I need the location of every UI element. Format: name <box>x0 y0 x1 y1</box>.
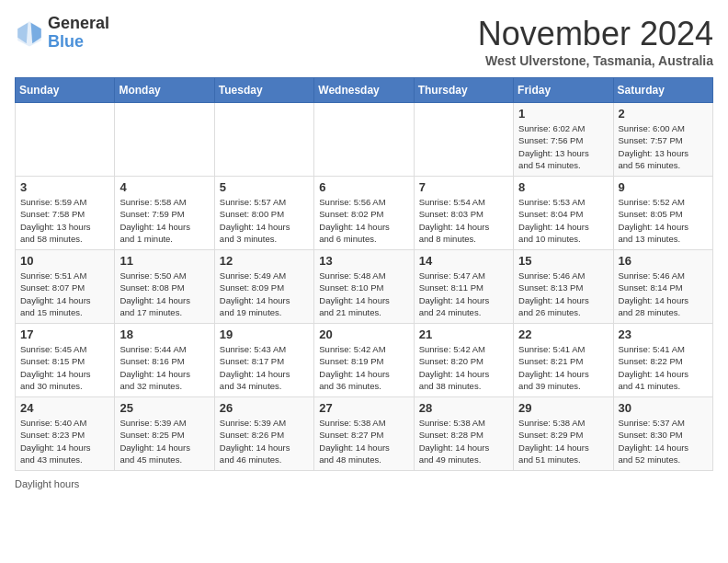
day-info: Sunrise: 5:44 AMSunset: 8:16 PMDaylight:… <box>119 343 209 392</box>
month-title: November 2024 <box>478 15 713 53</box>
day-number: 5 <box>220 180 309 194</box>
day-info: Sunrise: 6:00 AMSunset: 7:57 PMDaylight:… <box>619 122 708 171</box>
day-number: 10 <box>20 254 109 268</box>
logo-blue-text: Blue <box>48 33 109 52</box>
calendar-cell <box>414 103 513 177</box>
calendar-header-tuesday: Tuesday <box>214 78 313 103</box>
day-number: 20 <box>319 327 408 341</box>
day-number: 7 <box>419 180 508 194</box>
calendar-header-row: SundayMondayTuesdayWednesdayThursdayFrid… <box>16 78 713 103</box>
day-number: 24 <box>20 401 109 415</box>
calendar-cell: 20Sunrise: 5:42 AMSunset: 8:19 PMDayligh… <box>314 324 414 397</box>
calendar-week-row: 1Sunrise: 6:02 AMSunset: 7:56 PMDaylight… <box>16 103 713 177</box>
day-number: 1 <box>518 107 608 121</box>
calendar-week-row: 3Sunrise: 5:59 AMSunset: 7:58 PMDaylight… <box>16 177 713 250</box>
day-info: Sunrise: 5:42 AMSunset: 8:20 PMDaylight:… <box>419 343 508 392</box>
day-info: Sunrise: 5:54 AMSunset: 8:03 PMDaylight:… <box>419 196 508 245</box>
day-number: 16 <box>619 254 708 268</box>
calendar-header-wednesday: Wednesday <box>314 78 414 103</box>
location-subtitle: West Ulverstone, Tasmania, Australia <box>478 53 713 68</box>
calendar-cell: 22Sunrise: 5:41 AMSunset: 8:21 PMDayligh… <box>514 324 613 397</box>
day-number: 4 <box>119 180 209 194</box>
calendar-week-row: 24Sunrise: 5:40 AMSunset: 8:23 PMDayligh… <box>16 397 713 471</box>
calendar-cell: 10Sunrise: 5:51 AMSunset: 8:07 PMDayligh… <box>16 250 115 324</box>
daylight-hours-label: Daylight hours <box>15 478 79 489</box>
calendar-cell: 16Sunrise: 5:46 AMSunset: 8:14 PMDayligh… <box>613 250 712 324</box>
calendar-cell: 4Sunrise: 5:58 AMSunset: 7:59 PMDaylight… <box>115 177 214 250</box>
calendar-cell: 30Sunrise: 5:37 AMSunset: 8:30 PMDayligh… <box>613 397 712 471</box>
day-info: Sunrise: 5:59 AMSunset: 7:58 PMDaylight:… <box>20 196 109 245</box>
calendar-cell: 12Sunrise: 5:49 AMSunset: 8:09 PMDayligh… <box>214 250 313 324</box>
calendar-header-thursday: Thursday <box>414 78 513 103</box>
calendar-table: SundayMondayTuesdayWednesdayThursdayFrid… <box>15 77 713 471</box>
day-info: Sunrise: 5:43 AMSunset: 8:17 PMDaylight:… <box>220 343 309 392</box>
day-info: Sunrise: 5:38 AMSunset: 8:29 PMDaylight:… <box>518 417 608 465</box>
day-info: Sunrise: 5:58 AMSunset: 7:59 PMDaylight:… <box>119 196 209 245</box>
calendar-cell: 6Sunrise: 5:56 AMSunset: 8:02 PMDaylight… <box>314 177 414 250</box>
calendar-cell: 29Sunrise: 5:38 AMSunset: 8:29 PMDayligh… <box>514 397 613 471</box>
day-number: 21 <box>419 327 508 341</box>
calendar-cell: 9Sunrise: 5:52 AMSunset: 8:05 PMDaylight… <box>613 177 712 250</box>
day-number: 27 <box>319 401 408 415</box>
day-info: Sunrise: 5:42 AMSunset: 8:19 PMDaylight:… <box>319 343 408 392</box>
logo-text: General Blue <box>48 15 109 52</box>
calendar-cell: 3Sunrise: 5:59 AMSunset: 7:58 PMDaylight… <box>16 177 115 250</box>
day-number: 22 <box>518 327 608 341</box>
calendar-cell: 17Sunrise: 5:45 AMSunset: 8:15 PMDayligh… <box>16 324 115 397</box>
calendar-cell <box>314 103 414 177</box>
day-number: 11 <box>119 254 209 268</box>
day-number: 23 <box>619 327 708 341</box>
day-number: 6 <box>319 180 408 194</box>
day-info: Sunrise: 5:48 AMSunset: 8:10 PMDaylight:… <box>319 270 408 318</box>
calendar-cell: 1Sunrise: 6:02 AMSunset: 7:56 PMDaylight… <box>514 103 613 177</box>
day-number: 18 <box>119 327 209 341</box>
day-number: 8 <box>518 180 608 194</box>
calendar-cell: 8Sunrise: 5:53 AMSunset: 8:04 PMDaylight… <box>514 177 613 250</box>
day-info: Sunrise: 5:51 AMSunset: 8:07 PMDaylight:… <box>20 270 109 318</box>
day-number: 13 <box>319 254 408 268</box>
day-number: 28 <box>419 401 508 415</box>
calendar-week-row: 10Sunrise: 5:51 AMSunset: 8:07 PMDayligh… <box>16 250 713 324</box>
day-info: Sunrise: 5:37 AMSunset: 8:30 PMDaylight:… <box>619 417 708 465</box>
calendar-header-friday: Friday <box>514 78 613 103</box>
day-number: 9 <box>619 180 708 194</box>
calendar-header-monday: Monday <box>115 78 214 103</box>
calendar-cell <box>16 103 115 177</box>
day-info: Sunrise: 5:41 AMSunset: 8:22 PMDaylight:… <box>619 343 708 392</box>
calendar-week-row: 17Sunrise: 5:45 AMSunset: 8:15 PMDayligh… <box>16 324 713 397</box>
footer: Daylight hours <box>15 478 713 489</box>
day-number: 2 <box>619 107 708 121</box>
calendar-cell: 13Sunrise: 5:48 AMSunset: 8:10 PMDayligh… <box>314 250 414 324</box>
day-number: 29 <box>518 401 608 415</box>
calendar-cell: 5Sunrise: 5:57 AMSunset: 8:00 PMDaylight… <box>214 177 313 250</box>
calendar-cell: 27Sunrise: 5:38 AMSunset: 8:27 PMDayligh… <box>314 397 414 471</box>
day-number: 30 <box>619 401 708 415</box>
calendar-cell: 21Sunrise: 5:42 AMSunset: 8:20 PMDayligh… <box>414 324 513 397</box>
calendar-cell: 2Sunrise: 6:00 AMSunset: 7:57 PMDaylight… <box>613 103 712 177</box>
day-info: Sunrise: 5:39 AMSunset: 8:25 PMDaylight:… <box>119 417 209 465</box>
day-number: 12 <box>220 254 309 268</box>
day-info: Sunrise: 5:57 AMSunset: 8:00 PMDaylight:… <box>220 196 309 245</box>
day-info: Sunrise: 5:53 AMSunset: 8:04 PMDaylight:… <box>518 196 608 245</box>
day-info: Sunrise: 5:46 AMSunset: 8:14 PMDaylight:… <box>619 270 708 318</box>
calendar-cell: 15Sunrise: 5:46 AMSunset: 8:13 PMDayligh… <box>514 250 613 324</box>
day-info: Sunrise: 5:49 AMSunset: 8:09 PMDaylight:… <box>220 270 309 318</box>
calendar-cell: 25Sunrise: 5:39 AMSunset: 8:25 PMDayligh… <box>115 397 214 471</box>
day-info: Sunrise: 5:56 AMSunset: 8:02 PMDaylight:… <box>319 196 408 245</box>
logo: General Blue <box>15 15 109 52</box>
calendar-cell: 19Sunrise: 5:43 AMSunset: 8:17 PMDayligh… <box>214 324 313 397</box>
day-number: 15 <box>518 254 608 268</box>
calendar-cell: 24Sunrise: 5:40 AMSunset: 8:23 PMDayligh… <box>16 397 115 471</box>
calendar-cell: 18Sunrise: 5:44 AMSunset: 8:16 PMDayligh… <box>115 324 214 397</box>
day-number: 19 <box>220 327 309 341</box>
logo-icon <box>15 18 44 48</box>
day-info: Sunrise: 5:47 AMSunset: 8:11 PMDaylight:… <box>419 270 508 318</box>
calendar-header-sunday: Sunday <box>16 78 115 103</box>
calendar-cell: 14Sunrise: 5:47 AMSunset: 8:11 PMDayligh… <box>414 250 513 324</box>
day-info: Sunrise: 5:40 AMSunset: 8:23 PMDaylight:… <box>20 417 109 465</box>
calendar-cell: 23Sunrise: 5:41 AMSunset: 8:22 PMDayligh… <box>613 324 712 397</box>
day-info: Sunrise: 6:02 AMSunset: 7:56 PMDaylight:… <box>518 122 608 171</box>
calendar-cell: 7Sunrise: 5:54 AMSunset: 8:03 PMDaylight… <box>414 177 513 250</box>
day-number: 3 <box>20 180 109 194</box>
day-number: 17 <box>20 327 109 341</box>
